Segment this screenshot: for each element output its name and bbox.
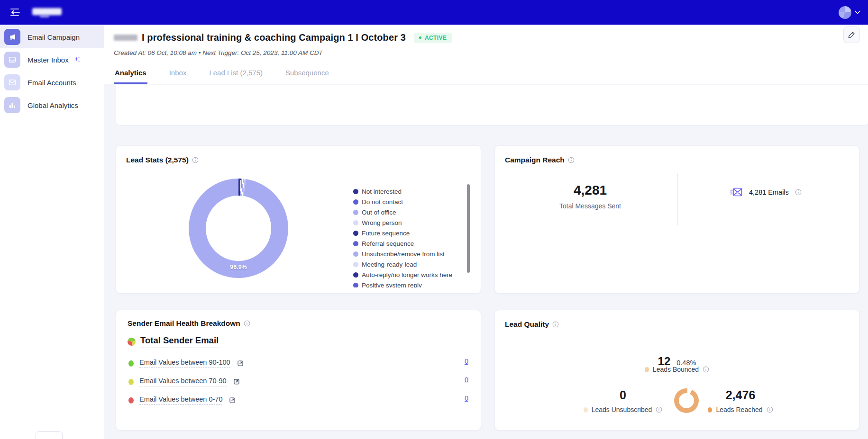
info-icon[interactable] bbox=[568, 157, 575, 163]
scrolled-card-remnant bbox=[116, 85, 868, 125]
legend-dot bbox=[353, 220, 358, 225]
sender-health-row: Email Values between 0-70 bbox=[128, 395, 236, 405]
legend-dot bbox=[353, 251, 358, 257]
info-icon[interactable] bbox=[767, 406, 773, 413]
health-range-link[interactable]: Email Values between 0-70 bbox=[139, 395, 222, 405]
status-badge: ACTIVE bbox=[414, 33, 452, 43]
status-dot bbox=[419, 36, 421, 39]
pie-chart-icon bbox=[128, 338, 136, 346]
bar-chart-icon bbox=[4, 97, 20, 113]
reached-dot bbox=[708, 407, 712, 412]
external-link-icon[interactable] bbox=[233, 378, 240, 385]
legend-scrollbar[interactable] bbox=[467, 184, 470, 273]
info-icon[interactable] bbox=[192, 157, 199, 163]
top-navbar bbox=[0, 0, 868, 25]
lead-stats-legend: Not interested Do not contact Out of off… bbox=[353, 186, 465, 287]
sender-health-title: Sender Email Health Breakdown bbox=[128, 319, 240, 328]
redacted-campaign-prefix bbox=[114, 35, 137, 41]
logo-redaction-blob bbox=[32, 8, 62, 15]
tab-analytics[interactable]: Analytics bbox=[114, 64, 147, 84]
main-content: Lead Stats (2,575) 96.9% Not interested … bbox=[104, 84, 868, 439]
health-dot-green bbox=[128, 360, 134, 367]
account-menu[interactable] bbox=[839, 6, 860, 19]
info-icon[interactable] bbox=[703, 366, 709, 373]
sidebar-item-label: Global Analytics bbox=[27, 101, 78, 109]
legend-dot bbox=[353, 272, 358, 278]
campaign-reach-card: Campaign Reach 4,281 Total Messages Sent… bbox=[494, 145, 859, 294]
lead-quality-donut-chart[interactable] bbox=[674, 388, 699, 413]
sidebar-item-label: Email Accounts bbox=[27, 79, 76, 87]
donut-hole bbox=[206, 196, 271, 261]
lead-stats-title: Lead Stats (2,575) bbox=[126, 156, 189, 164]
lead-quality-title: Lead Quality bbox=[505, 320, 549, 329]
legend-item[interactable]: Out of office bbox=[353, 207, 465, 217]
info-icon[interactable] bbox=[552, 321, 559, 328]
legend-item[interactable]: Referral sequence bbox=[353, 238, 465, 249]
health-dot-red bbox=[128, 397, 134, 403]
logo-redaction-blob bbox=[40, 15, 49, 18]
tab-subsequence[interactable]: Subsequence bbox=[284, 64, 330, 84]
lead-quality-card: Lead Quality 12 0.48% Leads Bounced 0 Le… bbox=[494, 310, 859, 430]
sidebar-collapse-icon[interactable] bbox=[8, 5, 22, 19]
sidebar: Email Campaign Master Inbox Email Accoun… bbox=[0, 25, 104, 439]
health-range-link[interactable]: Email Values between 90-100 bbox=[139, 358, 230, 368]
legend-dot bbox=[353, 262, 358, 267]
legend-item[interactable]: Future sequence bbox=[353, 228, 465, 238]
megaphone-icon bbox=[4, 29, 20, 45]
legend-item[interactable]: Positive system reply bbox=[353, 280, 465, 287]
campaign-title: I professional training & coaching Campa… bbox=[142, 32, 406, 43]
sidebar-bottom-button[interactable] bbox=[36, 431, 63, 439]
total-messages-label: Total Messages Sent bbox=[504, 202, 676, 210]
legend-dot bbox=[353, 241, 358, 246]
leads-bounced-label: Leads Bounced bbox=[653, 366, 699, 373]
legend-item[interactable]: Unsubscribe/remove from list bbox=[353, 249, 465, 259]
legend-item[interactable]: Wrong person bbox=[353, 217, 465, 228]
envelope-icon bbox=[4, 74, 20, 90]
avatar[interactable] bbox=[839, 6, 851, 19]
legend-dot bbox=[353, 231, 358, 236]
unsubscribed-dot bbox=[584, 407, 588, 412]
health-count-link[interactable]: 0 bbox=[465, 376, 468, 384]
info-icon[interactable] bbox=[244, 320, 250, 327]
health-range-link[interactable]: Email Values between 70-90 bbox=[139, 377, 227, 386]
bounced-dot bbox=[645, 367, 649, 372]
tab-inbox[interactable]: Inbox bbox=[168, 64, 188, 84]
leads-unsubscribed-value: 0 bbox=[580, 388, 666, 402]
legend-dot bbox=[353, 283, 358, 288]
external-link-icon[interactable] bbox=[229, 397, 236, 403]
legend-item[interactable]: Meeting-ready-lead bbox=[353, 259, 465, 269]
legend-item[interactable]: Do not contact bbox=[353, 197, 465, 207]
info-icon[interactable] bbox=[656, 406, 662, 413]
legend-item[interactable]: Not interested bbox=[353, 186, 465, 197]
inbox-icon bbox=[4, 52, 20, 68]
send-email-icon bbox=[730, 187, 743, 197]
total-messages-value: 4,281 bbox=[504, 183, 676, 198]
health-dot-yellow bbox=[128, 379, 134, 385]
legend-dot bbox=[353, 210, 358, 215]
vertical-divider bbox=[677, 173, 678, 225]
tab-bar: Analytics Inbox Lead List (2,575) Subseq… bbox=[114, 64, 330, 84]
donut-percentage-label: 96.9% bbox=[230, 264, 247, 270]
sender-health-row: Email Values between 90-100 bbox=[128, 358, 244, 368]
edit-campaign-button[interactable] bbox=[843, 27, 860, 43]
external-link-icon[interactable] bbox=[237, 360, 244, 367]
campaign-reach-title: Campaign Reach bbox=[505, 156, 565, 164]
health-count-link[interactable]: 0 bbox=[465, 358, 468, 365]
info-icon[interactable] bbox=[795, 189, 802, 196]
health-count-link[interactable]: 0 bbox=[465, 394, 468, 402]
sparkles-icon bbox=[73, 55, 81, 64]
lead-stats-card: Lead Stats (2,575) 96.9% Not interested … bbox=[116, 145, 481, 294]
sidebar-item-master-inbox[interactable]: Master Inbox bbox=[0, 48, 104, 71]
legend-item[interactable]: Auto-reply/no longer works here bbox=[353, 269, 465, 280]
leads-reached-label: Leads Reached bbox=[716, 406, 762, 413]
campaign-meta: Created At: 06 Oct, 10:08 am • Next Trig… bbox=[114, 49, 323, 56]
sidebar-item-email-campaign[interactable]: Email Campaign bbox=[0, 26, 104, 48]
sidebar-item-email-accounts[interactable]: Email Accounts bbox=[0, 71, 104, 94]
lead-stats-donut-chart[interactable]: 96.9% bbox=[189, 179, 288, 278]
leads-reached-value: 2,476 bbox=[698, 388, 783, 402]
tab-lead-list[interactable]: Lead List (2,575) bbox=[208, 64, 264, 84]
app-logo[interactable] bbox=[32, 6, 68, 18]
campaign-header: I professional training & coaching Campa… bbox=[104, 25, 868, 84]
emails-sent-value: 4,281 Emails bbox=[749, 188, 789, 196]
sidebar-item-global-analytics[interactable]: Global Analytics bbox=[0, 94, 104, 116]
